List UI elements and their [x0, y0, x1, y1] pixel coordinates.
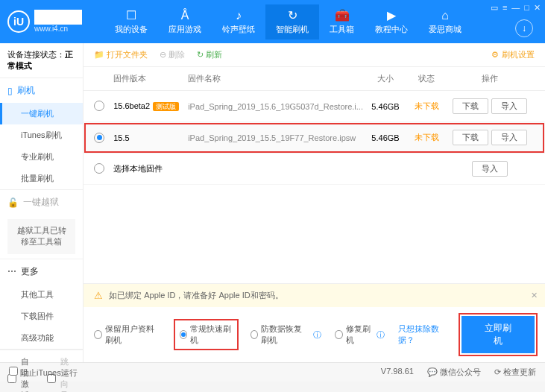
check-update-link[interactable]: ⟳ 检查更新 [494, 367, 536, 378]
download-button[interactable]: 下载 [453, 130, 488, 145]
help-icon[interactable]: ⓘ [377, 329, 385, 341]
wechat-link[interactable]: 💬 微信公众号 [427, 367, 481, 378]
connection-status: 设备连接状态：正常模式 [0, 43, 83, 78]
local-firmware-row[interactable]: 选择本地固件 导入 [84, 154, 545, 185]
nav-smart-flash[interactable]: ↻智能刷机 [265, 4, 319, 39]
sidebar-item-oneclick-flash[interactable]: 一键刷机 [0, 103, 83, 124]
close-button[interactable]: ✕ [534, 3, 541, 13]
top-nav: ☐我的设备 Å应用游戏 ♪铃声壁纸 ↻智能刷机 🧰工具箱 ▶教程中心 ⌂爱思商城 [104, 4, 472, 39]
logo-icon: iU [7, 10, 30, 33]
nav-my-device[interactable]: ☐我的设备 [104, 4, 158, 39]
section-more-header[interactable]: ⋯ 更多 [0, 259, 83, 284]
nav-apps-games[interactable]: Å应用游戏 [158, 4, 212, 39]
menu-icon[interactable]: ▭ [491, 3, 498, 13]
close-warning-button[interactable]: ✕ [531, 291, 538, 300]
bottom-panel: ⚠ 如已绑定 Apple ID，请准备好 Apple ID和密码。 ✕ 保留用户… [84, 283, 545, 362]
tutorial-icon: ▶ [387, 9, 396, 22]
download-button[interactable]: 下载 [453, 98, 488, 114]
app-logo: iU 爱思助手 www.i4.cn [7, 10, 82, 33]
flash-icon: ↻ [288, 9, 297, 22]
import-button[interactable]: 导入 [472, 161, 508, 177]
nav-tutorial[interactable]: ▶教程中心 [365, 4, 418, 39]
more-icon: ⋯ [7, 266, 16, 276]
flash-now-button[interactable]: 立即刷机 [461, 316, 535, 353]
device-icon: ☐ [126, 9, 136, 22]
lock-icon: 🔓 [7, 197, 19, 208]
mode-repair[interactable]: 修复刷机ⓘ [335, 323, 385, 346]
toolbox-icon: 🧰 [335, 9, 350, 22]
sidebar-item-itunes-flash[interactable]: iTunes刷机 [0, 124, 83, 146]
block-itunes-checkbox[interactable] [9, 367, 18, 376]
minimize-button[interactable]: — [511, 3, 520, 13]
mode-keep-data[interactable]: 保留用户资料刷机 [94, 323, 161, 346]
nav-ringtone-wallpaper[interactable]: ♪铃声壁纸 [212, 4, 265, 39]
delete-button[interactable]: ⊖ 删除 [160, 49, 185, 60]
app-url: www.i4.cn [34, 25, 82, 34]
download-indicator-icon[interactable]: ↓ [515, 19, 533, 37]
sidebar-item-batch-flash[interactable]: 批量刷机 [0, 168, 83, 189]
store-icon: ⌂ [441, 9, 449, 22]
flash-settings-button[interactable]: ⚙ 刷机设置 [491, 49, 535, 60]
main-panel: 📁 打开文件夹 ⊖ 删除 ↻ 刷新 ⚙ 刷机设置 固件版本 固件名称 大小 状态… [84, 43, 545, 362]
select-radio[interactable] [94, 101, 104, 111]
import-button[interactable]: 导入 [491, 130, 527, 145]
nav-toolbox[interactable]: 🧰工具箱 [319, 4, 365, 39]
firmware-row-selected[interactable]: 15.5 iPad_Spring_2019_15.5_19F77_Restore… [84, 122, 545, 154]
section-jailbreak-header[interactable]: 🔓 一键越狱 [0, 190, 83, 215]
erase-only-link[interactable]: 只想抹除数据？ [398, 323, 448, 346]
firmware-row[interactable]: 15.6beta2测试版 iPad_Spring_2019_15.6_19G50… [84, 91, 545, 122]
sidebar-item-other-tools[interactable]: 其他工具 [0, 284, 83, 306]
app-name: 爱思助手 [34, 10, 82, 24]
section-flash-header[interactable]: ▯ 刷机 [0, 78, 83, 103]
jailbreak-moved-note: 越狱工具已转移至工具箱 [7, 219, 75, 254]
toolbar: 📁 打开文件夹 ⊖ 删除 ↻ 刷新 ⚙ 刷机设置 [84, 43, 545, 67]
nav-store[interactable]: ⌂爱思商城 [418, 4, 472, 39]
list-icon[interactable]: ≡ [503, 3, 507, 13]
mode-anti-recovery[interactable]: 防数据恢复刷机ⓘ [251, 323, 322, 346]
warning-icon: ⚠ [94, 290, 103, 301]
block-itunes-option[interactable]: 阻止iTunes运行 [9, 367, 78, 379]
version-label: V7.98.61 [381, 367, 414, 378]
apps-icon: Å [181, 9, 189, 22]
mode-normal-fast[interactable]: 常规快速刷机 [175, 320, 237, 349]
maximize-button[interactable]: □ [524, 3, 529, 13]
select-radio[interactable] [94, 163, 104, 174]
sidebar-item-pro-flash[interactable]: 专业刷机 [0, 146, 83, 168]
appleid-warning: ⚠ 如已绑定 Apple ID，请准备好 Apple ID和密码。 ✕ [84, 284, 545, 307]
music-icon: ♪ [236, 9, 242, 22]
sidebar-item-download-firmware[interactable]: 下载固件 [0, 306, 83, 327]
help-icon[interactable]: ⓘ [313, 329, 321, 341]
gear-icon: ⚙ [491, 50, 499, 60]
phone-icon: ▯ [7, 86, 13, 96]
firmware-table-body: 15.6beta2测试版 iPad_Spring_2019_15.6_19G50… [84, 91, 545, 283]
titlebar: iU 爱思助手 www.i4.cn ☐我的设备 Å应用游戏 ♪铃声壁纸 ↻智能刷… [0, 0, 545, 43]
firmware-table-header: 固件版本 固件名称 大小 状态 操作 [84, 67, 545, 91]
refresh-button[interactable]: ↻ 刷新 [197, 49, 222, 60]
window-controls: ▭ ≡ — □ ✕ [491, 3, 541, 13]
sidebar: 设备连接状态：正常模式 ▯ 刷机 一键刷机 iTunes刷机 专业刷机 批量刷机… [0, 43, 84, 362]
sidebar-item-advanced[interactable]: 高级功能 [0, 327, 83, 349]
open-folder-button[interactable]: 📁 打开文件夹 [94, 49, 148, 60]
import-button[interactable]: 导入 [491, 98, 527, 114]
flash-mode-row: 保留用户资料刷机 常规快速刷机 防数据恢复刷机ⓘ 修复刷机ⓘ 只想抹除数据？ 立… [84, 307, 545, 362]
select-radio[interactable] [94, 133, 104, 143]
